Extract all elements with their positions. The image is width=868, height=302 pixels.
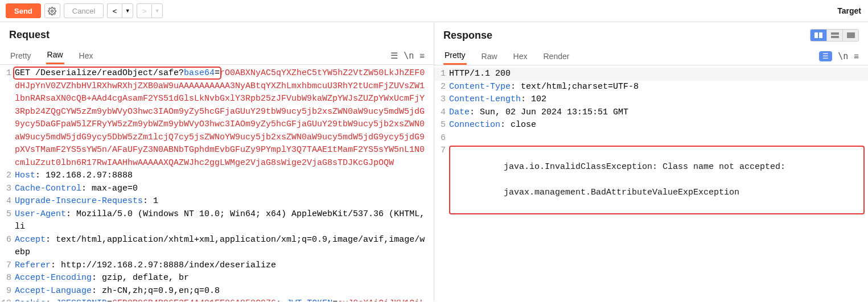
caret-down-icon: ▼ <box>125 8 130 14</box>
hdr-cookie: Cookie <box>15 299 46 301</box>
val-conn: close <box>505 120 536 130</box>
line-number: 5 <box>0 208 15 234</box>
response-pane: Response Pretty Raw Hex Render ☰ \n ≡ 1H… <box>434 22 868 301</box>
layout-split-horizontal-button[interactable] <box>826 30 842 41</box>
tab-render[interactable]: Render <box>542 48 571 64</box>
response-editor[interactable]: 1HTTP/1.1 200 2Content-Type: text/html;c… <box>434 65 868 301</box>
request-line-method: GET /Deserialize/readObject/safe? <box>15 68 184 78</box>
menu-icon[interactable]: ≡ <box>854 51 859 61</box>
val-ua: Mozilla/5.0 (Windows NT 10.0; Win64; x64… <box>15 209 430 232</box>
response-body-line1: java.io.InvalidClassException: Class nam… <box>504 162 791 172</box>
line-number: 7 <box>0 259 15 272</box>
split-view: Request Pretty Raw Hex ☰ \n ≡ 1GET /Dese… <box>0 22 868 301</box>
hdr-accept: Accept <box>15 235 46 245</box>
tab-pretty[interactable]: Pretty <box>9 48 32 64</box>
response-title: Response <box>443 30 492 42</box>
request-line-payload: rO0ABXNyAC5qYXZheC5tYW5hZ2VtZW50LkJhZEF0… <box>15 68 425 168</box>
line-number: 7 <box>434 144 449 216</box>
settings-button[interactable] <box>44 3 60 18</box>
tab-hex[interactable]: Hex <box>512 48 529 64</box>
menu-icon[interactable]: ≡ <box>419 51 425 60</box>
hdr-date: Date <box>449 107 470 117</box>
send-button[interactable]: Send <box>6 3 41 18</box>
columns-icon <box>814 32 822 38</box>
hdr-ua: User-Agent <box>15 209 66 219</box>
cookie-key-2: JWT_TOKEN <box>286 299 332 301</box>
single-icon <box>847 32 855 38</box>
hdr-ae: Accept-Encoding <box>15 273 92 283</box>
hdr-host: Host <box>15 171 35 180</box>
request-title: Request <box>9 29 50 41</box>
line-number: 8 <box>0 272 15 285</box>
val-date: Sun, 02 Jun 2024 13:15:51 GMT <box>475 107 628 117</box>
line-number: 6 <box>434 132 449 145</box>
val-host: 192.168.2.97:8888 <box>40 171 133 180</box>
newline-icon[interactable]: \n <box>404 51 414 61</box>
val-accept: text/html,application/xhtml+xml,applicat… <box>15 235 425 258</box>
svg-rect-3 <box>831 32 839 35</box>
layout-toggle <box>810 29 859 42</box>
request-editor[interactable]: 1GET /Deserialize/readObject/safe?base64… <box>0 65 434 301</box>
toolbar: Send Cancel < ▼ > ▼ Target <box>0 0 868 22</box>
caret-down-icon: ▼ <box>155 8 160 14</box>
request-line-eq: = <box>215 68 220 78</box>
response-body-line2: javax.management.BadAttributeValueExpExc… <box>504 188 739 197</box>
val-al: zh-CN,zh;q=0.9,en;q=0.8 <box>97 286 220 296</box>
request-pane: Request Pretty Raw Hex ☰ \n ≡ 1GET /Dese… <box>0 22 434 301</box>
tab-pretty[interactable]: Pretty <box>443 47 467 65</box>
gear-icon <box>48 7 56 15</box>
request-line-param: base64 <box>184 68 215 78</box>
history-forward-button[interactable]: > <box>137 3 151 18</box>
response-tab-actions: ☰ \n ≡ <box>819 51 859 61</box>
newline-icon[interactable]: \n <box>838 51 848 61</box>
line-number: 9 <box>0 285 15 298</box>
layout-split-vertical-button[interactable] <box>811 30 826 41</box>
line-number: 1 <box>0 67 15 169</box>
target-label: Target <box>837 6 862 15</box>
val-uir: 1 <box>148 196 158 206</box>
svg-rect-5 <box>847 32 855 38</box>
hdr-cache: Cache-Control <box>15 184 81 193</box>
cookie-key-1: JSESSIONID <box>56 299 107 301</box>
val-ae: gzip, deflate, br <box>97 273 189 283</box>
svg-rect-1 <box>814 32 818 38</box>
val-cache: max-age=0 <box>87 184 138 193</box>
line-number: 5 <box>434 119 449 132</box>
tab-raw[interactable]: Raw <box>46 47 64 64</box>
tab-hex[interactable]: Hex <box>78 48 94 64</box>
hdr-conn: Connection <box>449 120 500 130</box>
response-status-line: HTTP/1.1 200 <box>449 69 511 78</box>
hdr-ct: Content-Type <box>449 82 511 92</box>
response-tab-row: Pretty Raw Hex Render ☰ \n ≡ <box>434 42 868 65</box>
line-number: 6 <box>0 234 15 259</box>
hdr-cl: Content-Length <box>449 94 521 104</box>
wrap-icon[interactable]: ☰ <box>390 51 398 61</box>
request-tab-actions: ☰ \n ≡ <box>390 51 425 61</box>
history-back-button[interactable]: < <box>107 3 122 18</box>
line-number: 2 <box>434 81 449 94</box>
line-number: 3 <box>434 93 449 106</box>
cancel-button[interactable]: Cancel <box>64 3 104 18</box>
tab-raw[interactable]: Raw <box>480 48 499 64</box>
inspector-button[interactable]: ☰ <box>819 51 832 61</box>
response-body-highlight: java.io.InvalidClassException: Class nam… <box>449 146 865 214</box>
line-number: 3 <box>0 183 15 196</box>
hdr-referer: Referer <box>15 260 51 270</box>
history-forward-menu[interactable]: ▼ <box>151 3 163 18</box>
val-ct: text/html;charset=UTF-8 <box>516 82 639 92</box>
history-back-menu[interactable]: ▼ <box>122 3 133 18</box>
chevron-left-icon: < <box>113 7 117 15</box>
request-tab-row: Pretty Raw Hex ☰ \n ≡ <box>0 41 434 65</box>
val-referer: http://192.168.2.97:8888/index/deseriali… <box>56 260 276 270</box>
svg-rect-4 <box>831 36 839 38</box>
history-back-group: < ▼ <box>107 3 133 18</box>
line-number: 10 <box>0 297 15 301</box>
line-number: 4 <box>434 106 449 119</box>
line-number: 2 <box>0 169 15 183</box>
rows-icon <box>831 32 839 38</box>
layout-single-button[interactable] <box>842 30 858 41</box>
line-number: 4 <box>0 195 15 208</box>
cookie-val-1: 6FD8B96B4B96E3E4A491FE86A858C976 <box>112 299 276 301</box>
svg-rect-2 <box>819 32 822 38</box>
chevron-right-icon: > <box>142 7 147 15</box>
